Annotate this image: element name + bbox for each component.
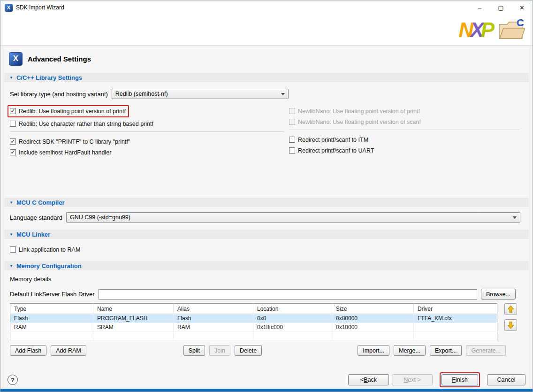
divider xyxy=(289,130,519,130)
checkbox-label: Redlib: Use character rather than string… xyxy=(19,121,153,127)
delete-button[interactable]: Delete xyxy=(235,345,262,356)
back-label-prefix: < xyxy=(360,377,364,383)
section-mcu-linker[interactable]: ▼ MCU Linker xyxy=(4,230,529,239)
cell-driver[interactable]: FTFA_KM.cfx xyxy=(414,314,497,323)
section-mcu-c-compiler[interactable]: ▼ MCU C Compiler xyxy=(4,198,529,207)
folder-c-label: C xyxy=(517,17,524,29)
column-header-driver[interactable]: Driver xyxy=(414,304,497,314)
cell-alias[interactable]: RAM xyxy=(174,323,253,332)
table-row-ram[interactable]: RAM SRAM RAM 0x1fffc000 0x10000 xyxy=(10,323,497,332)
checkbox-label: NewlibNano: Use floating point version o… xyxy=(298,108,420,115)
checkbox-box[interactable] xyxy=(289,147,295,154)
column-header-alias[interactable]: Alias xyxy=(174,304,253,314)
checkbox-semihost-hardfault[interactable]: Include semihost HardFault handler xyxy=(10,148,111,157)
wizard-footer: ? < Back Next > Finish Cancel xyxy=(0,371,533,389)
cell-alias[interactable] xyxy=(174,332,253,341)
checkbox-label: Redirect printf/scanf to UART xyxy=(298,147,374,154)
memory-table: Type Name Alias Location Size Driver Fla… xyxy=(10,303,497,341)
memory-details-label: Memory details xyxy=(10,276,51,283)
divider xyxy=(10,131,284,132)
memory-actions: Add Flash Add RAM Split Join Delete Impo… xyxy=(10,345,529,356)
checkbox-redlib-float-printf[interactable]: Redlib: Use floating point version of pr… xyxy=(10,107,126,115)
column-header-name[interactable]: Name xyxy=(93,304,174,314)
close-button[interactable]: ✕ xyxy=(511,0,533,15)
section-linker-title: MCU Linker xyxy=(16,231,50,238)
cell-size[interactable]: 0x80000 xyxy=(332,314,414,323)
section-memory-configuration[interactable]: ▼ Memory Configuration xyxy=(4,261,529,270)
checkbox-redirect-uart[interactable]: Redirect printf/scanf to UART xyxy=(289,146,374,155)
cell-alias[interactable]: Flash xyxy=(174,314,253,323)
cell-name[interactable]: SRAM xyxy=(93,323,174,332)
titlebar: X SDK Import Wizard – ▢ ✕ xyxy=(0,0,533,15)
checkbox-newlibnano-float-printf: NewlibNano: Use floating point version o… xyxy=(289,107,420,115)
browse-button[interactable]: Browse... xyxy=(481,289,516,300)
app-icon: X xyxy=(5,4,13,12)
split-button[interactable]: Split xyxy=(183,345,205,356)
c-folder-icon: C xyxy=(498,19,525,41)
cell-size[interactable]: 0x10000 xyxy=(332,323,414,332)
help-button[interactable]: ? xyxy=(8,375,18,385)
window-controls: – ▢ ✕ xyxy=(469,0,533,15)
collapse-caret-icon: ▼ xyxy=(9,264,13,268)
checkbox-box[interactable] xyxy=(10,108,16,114)
flash-driver-label: Default LinkServer Flash Driver xyxy=(10,291,95,298)
move-down-button[interactable] xyxy=(504,319,517,331)
cell-type[interactable] xyxy=(10,332,93,341)
mcuxpresso-icon: X xyxy=(9,52,23,66)
cell-location[interactable]: 0x0 xyxy=(253,314,332,323)
library-type-value: Redlib (semihost-nf) xyxy=(115,91,168,97)
library-right-column: NewlibNano: Use floating point version o… xyxy=(289,105,529,157)
checkbox-link-to-ram[interactable]: Link application to RAM xyxy=(10,245,80,254)
finish-label-rest: inish xyxy=(456,377,468,383)
cell-name[interactable]: PROGRAM_FLASH xyxy=(93,314,174,323)
cell-name[interactable] xyxy=(93,332,174,341)
cell-type[interactable]: Flash xyxy=(10,314,93,323)
checkbox-label: Redlib: Use floating point version of pr… xyxy=(19,108,126,115)
collapse-caret-icon: ▼ xyxy=(9,200,13,205)
checkbox-box xyxy=(289,119,295,125)
table-row-empty[interactable] xyxy=(10,332,497,341)
finish-button[interactable]: Finish xyxy=(442,374,478,385)
checkbox-box[interactable] xyxy=(10,149,16,155)
import-button[interactable]: Import... xyxy=(358,345,389,356)
export-button[interactable]: Export... xyxy=(430,345,462,356)
cell-location[interactable] xyxy=(253,332,332,341)
library-type-select[interactable]: Redlib (semihost-nf) xyxy=(112,89,289,99)
checkbox-redirect-sdk-printf[interactable]: Redirect SDK "PRINTF" to C library "prin… xyxy=(10,137,130,146)
checkbox-box[interactable] xyxy=(10,246,16,253)
back-label-rest: ack xyxy=(368,377,377,383)
cell-type[interactable]: RAM xyxy=(10,323,93,332)
checkbox-redirect-itm[interactable]: Redirect printf/scanf to ITM xyxy=(289,135,368,144)
column-header-location[interactable]: Location xyxy=(253,304,332,314)
cell-size[interactable] xyxy=(332,332,414,341)
column-header-size[interactable]: Size xyxy=(332,304,414,314)
checkbox-redlib-char-printf[interactable]: Redlib: Use character rather than string… xyxy=(10,119,153,128)
table-row-flash[interactable]: Flash PROGRAM_FLASH Flash 0x0 0x80000 FT… xyxy=(10,314,497,323)
table-header-row: Type Name Alias Location Size Driver xyxy=(10,304,497,314)
cell-driver[interactable] xyxy=(414,332,497,341)
back-button[interactable]: < Back xyxy=(348,374,389,385)
flash-driver-input[interactable] xyxy=(99,289,477,300)
merge-button[interactable]: Merge... xyxy=(394,345,426,356)
library-left-column: Redlib: Use floating point version of pr… xyxy=(10,105,289,157)
language-standard-select[interactable]: GNU C99 (-std=gnu99) xyxy=(66,212,520,223)
column-header-type[interactable]: Type xyxy=(10,304,93,314)
cell-driver[interactable] xyxy=(414,323,497,332)
maximize-button[interactable]: ▢ xyxy=(490,0,511,15)
add-flash-button[interactable]: Add Flash xyxy=(10,345,46,356)
collapse-caret-icon: ▼ xyxy=(9,232,13,237)
cell-location[interactable]: 0x1fffc000 xyxy=(253,323,332,332)
section-compiler-title: MCU C Compiler xyxy=(16,199,65,206)
row-move-buttons xyxy=(504,303,517,331)
join-button: Join xyxy=(209,345,230,356)
help-icon: ? xyxy=(11,377,15,384)
annotation-highlight-redlib-float: Redlib: Use floating point version of pr… xyxy=(8,105,129,117)
cancel-button[interactable]: Cancel xyxy=(487,374,525,385)
checkbox-box[interactable] xyxy=(289,137,295,143)
section-library-settings[interactable]: ▼ C/C++ Library Settings xyxy=(4,73,529,82)
checkbox-box[interactable] xyxy=(10,121,16,127)
checkbox-box[interactable] xyxy=(10,138,16,145)
minimize-button[interactable]: – xyxy=(469,0,490,15)
add-ram-button[interactable]: Add RAM xyxy=(51,345,86,356)
move-up-button[interactable] xyxy=(504,303,517,315)
